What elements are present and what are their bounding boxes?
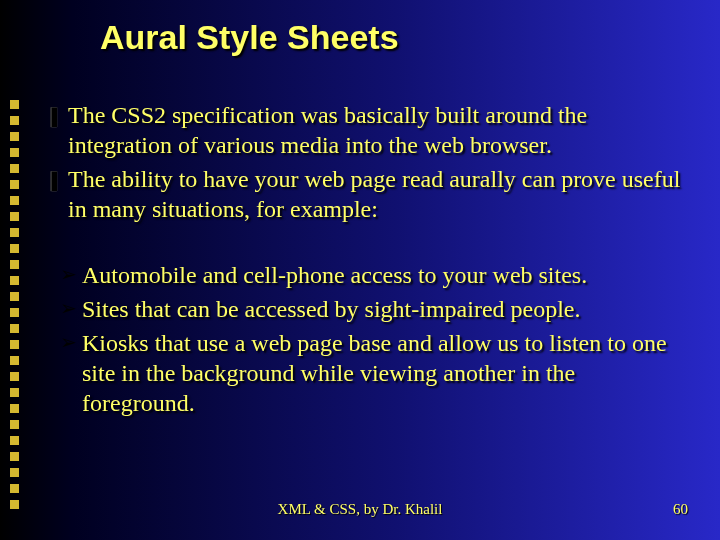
slide: Aural Style Sheets ▮ The CSS2 specificat… [0,0,720,540]
arrow-item: ➢ Sites that can be accessed by sight-im… [54,294,690,324]
arrow-text: Automobile and cell-phone access to your… [82,260,690,290]
arrow-item: ➢ Kiosks that use a web page base and al… [54,328,690,418]
arrow-icon: ➢ [54,328,82,356]
arrow-icon: ➢ [54,294,82,322]
bullet-icon: ▮ [46,100,63,131]
decorative-stripe [10,0,24,540]
footer-center: XML & CSS, by Dr. Khalil [0,501,720,518]
page-number: 60 [673,501,688,518]
arrow-item: ➢ Automobile and cell-phone access to yo… [54,260,690,290]
arrow-icon: ➢ [54,260,82,288]
bullet-item: ▮ The CSS2 specification was basically b… [40,100,690,160]
bullet-icon: ▮ [46,164,63,195]
arrow-text: Sites that can be accessed by sight-impa… [82,294,690,324]
bullet-item: ▮ The ability to have your web page read… [40,164,690,224]
bullet-text: The CSS2 specification was basically bui… [68,100,690,160]
bullet-text: The ability to have your web page read a… [68,164,690,224]
slide-title: Aural Style Sheets [100,18,399,57]
slide-content: ▮ The CSS2 specification was basically b… [40,100,690,422]
arrow-text: Kiosks that use a web page base and allo… [82,328,690,418]
